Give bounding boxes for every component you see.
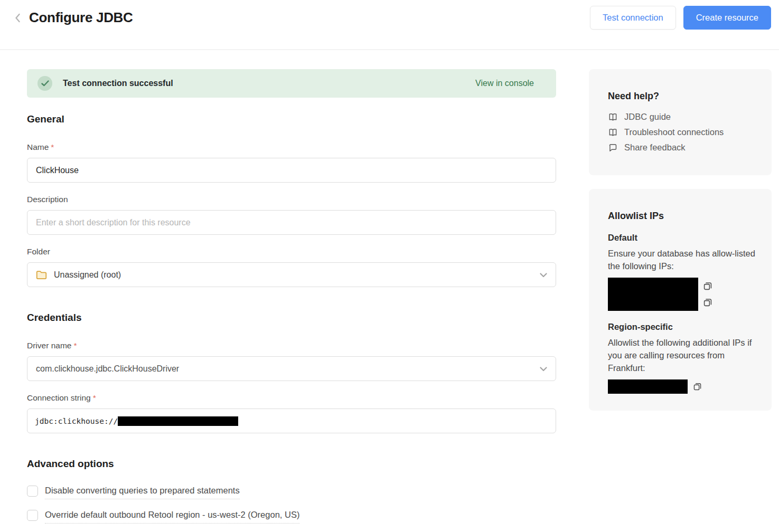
redacted-default-ips	[608, 278, 698, 311]
page-header: Configure JDBC Test connection Create re…	[0, 0, 779, 50]
connection-string-input[interactable]: jdbc:clickhouse://	[27, 408, 556, 433]
need-help-heading: Need help?	[608, 91, 754, 102]
copy-ip-button[interactable]	[703, 281, 712, 291]
allowlist-region-text: Allowlist the following additional IPs i…	[608, 336, 756, 374]
folder-select-value: Unassigned (root)	[54, 270, 121, 280]
allowlist-region-heading: Region-specific	[608, 322, 754, 332]
chevron-down-icon	[540, 364, 547, 374]
chevron-left-icon	[14, 13, 21, 23]
checkbox-prepared-statements[interactable]	[27, 486, 38, 497]
name-label: Name*	[27, 142, 556, 152]
driver-name-label: Driver name*	[27, 341, 556, 350]
checkbox-row-prepared-statements[interactable]: Disable converting queries to prepared s…	[27, 485, 556, 499]
checkbox-override-region[interactable]	[27, 510, 38, 521]
main-content: Test connection successful View in conso…	[27, 69, 556, 532]
book-icon	[608, 128, 618, 137]
page-title: Configure JDBC	[29, 6, 133, 30]
help-link-label: Share feedback	[624, 142, 686, 153]
allowlist-default-text: Ensure your database has allow-listed th…	[608, 247, 756, 272]
general-section-heading: General	[27, 113, 556, 125]
folder-icon	[36, 270, 47, 280]
checkbox-label: Override default outbound Retool region …	[45, 509, 299, 524]
folder-label: Folder	[27, 247, 556, 256]
success-check-icon	[37, 76, 52, 91]
view-in-console-link[interactable]: View in console	[475, 79, 534, 88]
redacted-connection-host	[118, 416, 238, 426]
checkbox-row-override-region[interactable]: Override default outbound Retool region …	[27, 509, 556, 524]
description-label: Description	[27, 195, 556, 204]
redacted-region-ip	[608, 379, 688, 394]
allowlist-panel: Allowlist IPs Default Ensure your databa…	[589, 189, 772, 411]
copy-ip-button[interactable]	[703, 298, 712, 307]
allowlist-heading: Allowlist IPs	[608, 211, 754, 222]
copy-ip-button[interactable]	[692, 382, 702, 392]
create-resource-button[interactable]: Create resource	[683, 6, 771, 30]
help-link-jdbc-guide[interactable]: JDBC guide	[608, 112, 754, 122]
required-asterisk: *	[51, 142, 54, 151]
connection-string-label: Connection string*	[27, 393, 556, 403]
required-asterisk: *	[93, 393, 96, 402]
description-placeholder: Enter a short description for this resou…	[36, 218, 191, 227]
chevron-down-icon	[540, 270, 547, 280]
driver-name-value: com.clickhouse.jdbc.ClickHouseDriver	[36, 364, 179, 374]
book-icon	[608, 112, 618, 122]
checkbox-label: Disable converting queries to prepared s…	[45, 485, 240, 499]
name-input[interactable]: ClickHouse	[27, 158, 556, 183]
allowlist-default-heading: Default	[608, 233, 754, 243]
folder-select[interactable]: Unassigned (root)	[27, 262, 556, 287]
advanced-options-heading: Advanced options	[27, 458, 556, 470]
need-help-panel: Need help? JDBC guide Troubleshoot conne…	[589, 69, 772, 175]
sidebar: Need help? JDBC guide Troubleshoot conne…	[589, 69, 772, 411]
help-link-troubleshoot[interactable]: Troubleshoot connections	[608, 127, 754, 137]
test-connection-button[interactable]: Test connection	[590, 6, 676, 30]
help-link-label: Troubleshoot connections	[624, 127, 724, 137]
chat-icon	[608, 143, 618, 153]
description-input[interactable]: Enter a short description for this resou…	[27, 210, 556, 235]
success-banner: Test connection successful View in conso…	[27, 69, 556, 98]
banner-message: Test connection successful	[63, 79, 173, 88]
help-link-share-feedback[interactable]: Share feedback	[608, 142, 754, 153]
required-asterisk: *	[73, 341, 77, 350]
credentials-section-heading: Credentials	[27, 312, 556, 324]
help-link-label: JDBC guide	[624, 112, 671, 122]
connection-string-prefix: jdbc:clickhouse://	[35, 417, 118, 425]
driver-name-select[interactable]: com.clickhouse.jdbc.ClickHouseDriver	[27, 356, 556, 381]
name-input-value: ClickHouse	[36, 166, 79, 175]
back-button[interactable]	[11, 6, 24, 30]
